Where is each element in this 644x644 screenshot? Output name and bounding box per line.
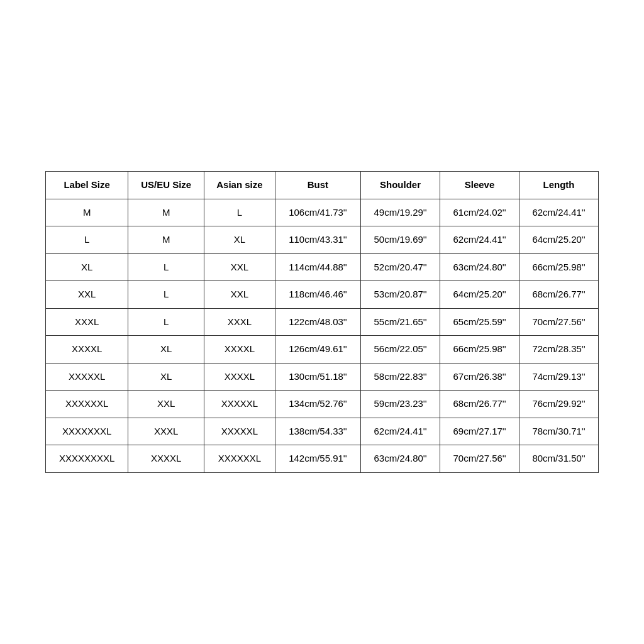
- table-cell: 110cm/43.31'': [275, 226, 360, 254]
- table-cell: XXXXL: [204, 363, 275, 391]
- table-header-cell: Shoulder: [361, 172, 440, 199]
- table-header-cell: Label Size: [46, 172, 128, 199]
- table-cell: 63cm/24.80'': [440, 253, 519, 281]
- table-cell: L: [46, 226, 128, 254]
- table-cell: 70cm/27.56'': [519, 308, 599, 336]
- table-cell: L: [128, 281, 204, 309]
- table-cell: XXXXXL: [204, 418, 275, 445]
- table-cell: XXXL: [46, 308, 128, 336]
- table-row: XXXXXLXLXXXXL130cm/51.18''58cm/22.83''67…: [46, 363, 599, 391]
- table-cell: XXXL: [128, 418, 204, 445]
- table-cell: XXXXXXL: [46, 391, 128, 418]
- table-header-cell: Asian size: [204, 172, 275, 199]
- table-header-row: Label SizeUS/EU SizeAsian sizeBustShould…: [46, 172, 599, 199]
- table-cell: 64cm/25.20'': [519, 226, 599, 254]
- table-cell: 76cm/29.92'': [519, 391, 599, 418]
- table-cell: 126cm/49.61'': [275, 336, 360, 364]
- table-cell: 118cm/46.46'': [275, 281, 360, 309]
- table-row: XXXXXXLXXLXXXXXL134cm/52.76''59cm/23.23'…: [46, 391, 599, 418]
- table-row: XXXXXXXLXXXLXXXXXL138cm/54.33''62cm/24.4…: [46, 418, 599, 445]
- table-cell: XXXXL: [204, 336, 275, 364]
- table-cell: M: [46, 199, 128, 226]
- table-cell: 62cm/24.41'': [361, 418, 440, 445]
- table-cell: XXL: [204, 253, 275, 281]
- size-chart-container: Label SizeUS/EU SizeAsian sizeBustShould…: [45, 171, 599, 473]
- table-row: XXLLXXL118cm/46.46''53cm/20.87''64cm/25.…: [46, 281, 599, 309]
- table-cell: M: [128, 226, 204, 254]
- table-cell: 61cm/24.02'': [440, 199, 519, 226]
- table-cell: 67cm/26.38'': [440, 363, 519, 391]
- table-cell: L: [128, 253, 204, 281]
- table-cell: XXXXXXL: [204, 445, 275, 473]
- table-cell: 56cm/22.05'': [361, 336, 440, 364]
- table-cell: 66cm/25.98'': [440, 336, 519, 364]
- table-row: XXXXXXXXLXXXXLXXXXXXL142cm/55.91''63cm/2…: [46, 445, 599, 473]
- table-cell: XL: [46, 253, 128, 281]
- table-cell: 59cm/23.23'': [361, 391, 440, 418]
- table-header-cell: Length: [519, 172, 599, 199]
- size-chart-table: Label SizeUS/EU SizeAsian sizeBustShould…: [45, 171, 599, 473]
- table-header-cell: Bust: [275, 172, 360, 199]
- table-cell: 134cm/52.76'': [275, 391, 360, 418]
- table-cell: 58cm/22.83'': [361, 363, 440, 391]
- table-cell: 55cm/21.65'': [361, 308, 440, 336]
- table-cell: L: [128, 308, 204, 336]
- table-cell: XXXL: [204, 308, 275, 336]
- table-cell: XXXXL: [128, 445, 204, 473]
- table-row: XLLXXL114cm/44.88''52cm/20.47''63cm/24.8…: [46, 253, 599, 281]
- table-cell: 122cm/48.03'': [275, 308, 360, 336]
- table-cell: 70cm/27.56'': [440, 445, 519, 473]
- table-cell: XXXXXXXL: [46, 418, 128, 445]
- table-cell: 50cm/19.69'': [361, 226, 440, 254]
- table-cell: XL: [128, 363, 204, 391]
- table-cell: 80cm/31.50'': [519, 445, 599, 473]
- table-body: MML106cm/41.73''49cm/19.29''61cm/24.02''…: [46, 199, 599, 472]
- table-row: XXXXLXLXXXXL126cm/49.61''56cm/22.05''66c…: [46, 336, 599, 364]
- table-cell: XXXXXL: [46, 363, 128, 391]
- table-cell: 69cm/27.17'': [440, 418, 519, 445]
- table-cell: 52cm/20.47'': [361, 253, 440, 281]
- table-row: XXXLLXXXL122cm/48.03''55cm/21.65''65cm/2…: [46, 308, 599, 336]
- table-cell: 66cm/25.98'': [519, 253, 599, 281]
- table-cell: 53cm/20.87'': [361, 281, 440, 309]
- table-cell: 130cm/51.18'': [275, 363, 360, 391]
- table-cell: 74cm/29.13'': [519, 363, 599, 391]
- table-cell: XL: [128, 336, 204, 364]
- table-cell: L: [204, 199, 275, 226]
- table-header-cell: US/EU Size: [128, 172, 204, 199]
- table-cell: 78cm/30.71'': [519, 418, 599, 445]
- table-cell: XXXXXXXXL: [46, 445, 128, 473]
- table-cell: XXXXL: [46, 336, 128, 364]
- table-row: LMXL110cm/43.31''50cm/19.69''62cm/24.41'…: [46, 226, 599, 254]
- table-row: MML106cm/41.73''49cm/19.29''61cm/24.02''…: [46, 199, 599, 226]
- table-cell: 62cm/24.41'': [519, 199, 599, 226]
- table-cell: 62cm/24.41'': [440, 226, 519, 254]
- table-cell: 63cm/24.80'': [361, 445, 440, 473]
- table-cell: 68cm/26.77'': [519, 281, 599, 309]
- table-header-cell: Sleeve: [440, 172, 519, 199]
- table-cell: M: [128, 199, 204, 226]
- table-cell: 49cm/19.29'': [361, 199, 440, 226]
- table-cell: XXL: [128, 391, 204, 418]
- table-cell: 64cm/25.20'': [440, 281, 519, 309]
- table-cell: 106cm/41.73'': [275, 199, 360, 226]
- table-cell: XXXXXL: [204, 391, 275, 418]
- table-cell: 138cm/54.33'': [275, 418, 360, 445]
- table-cell: 68cm/26.77'': [440, 391, 519, 418]
- table-cell: 114cm/44.88'': [275, 253, 360, 281]
- table-cell: XL: [204, 226, 275, 254]
- table-cell: 65cm/25.59'': [440, 308, 519, 336]
- table-cell: XXL: [204, 281, 275, 309]
- table-cell: XXL: [46, 281, 128, 309]
- table-cell: 72cm/28.35'': [519, 336, 599, 364]
- table-cell: 142cm/55.91'': [275, 445, 360, 473]
